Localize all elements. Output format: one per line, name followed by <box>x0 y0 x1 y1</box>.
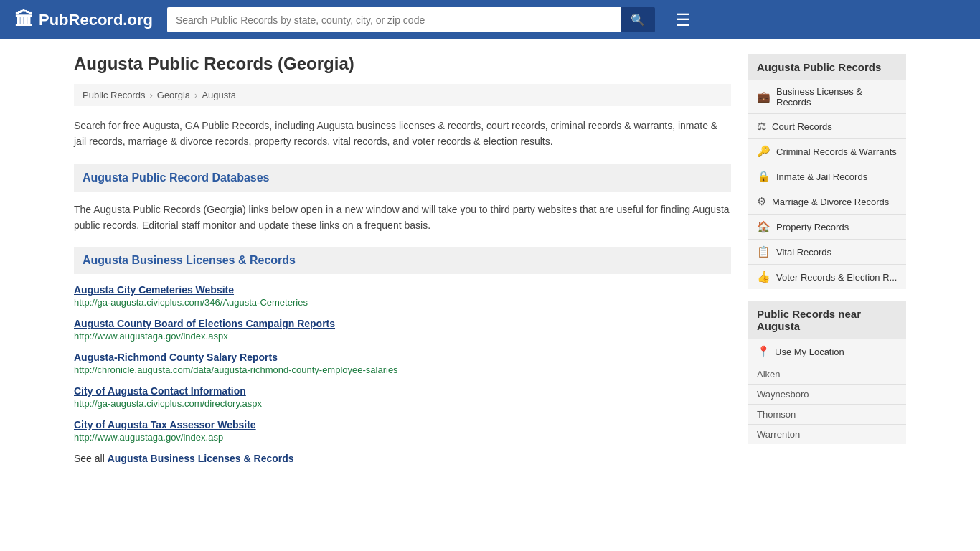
record-link-url-0[interactable]: http://ga-augusta.civicplus.com/346/Augu… <box>74 297 731 308</box>
record-link-2: Augusta-Richmond County Salary Reports h… <box>74 352 731 375</box>
logo-icon: 🏛 <box>14 9 33 31</box>
sidebar-item-3[interactable]: 🔒 Inmate & Jail Records <box>748 164 906 189</box>
breadcrumb-augusta[interactable]: Augusta <box>202 90 236 100</box>
augusta-records-title: Augusta Public Records <box>748 54 906 80</box>
breadcrumb: Public Records › Georgia › Augusta <box>74 84 731 106</box>
sidebar-item-label-7: Voter Records & Election R... <box>776 272 897 283</box>
record-link-title-4[interactable]: City of Augusta Tax Assessor Website <box>74 419 731 430</box>
nearby-section: Public Records near Augusta 📍 Use My Loc… <box>748 301 906 444</box>
sidebar-item-label-5: Property Records <box>776 222 849 232</box>
nearby-title: Public Records near Augusta <box>748 301 906 339</box>
sidebar-icon-4: ⚙ <box>757 195 766 208</box>
search-icon: 🔍 <box>631 14 645 26</box>
intro-text: Search for free Augusta, GA Public Recor… <box>74 118 731 150</box>
use-location-label: Use My Location <box>775 347 844 357</box>
search-bar: 🔍 <box>167 7 655 32</box>
nearby-city-2[interactable]: Thomson <box>748 405 906 425</box>
sidebar-icon-0: 💼 <box>757 90 771 103</box>
sidebar-item-0[interactable]: 💼 Business Licenses & Records <box>748 80 906 114</box>
sidebar-icon-5: 🏠 <box>757 220 771 233</box>
see-all: See all Augusta Business Licenses & Reco… <box>74 453 731 464</box>
sidebar-icon-6: 📋 <box>757 245 771 258</box>
sidebar-icon-2: 🔑 <box>757 145 771 158</box>
sidebar: Augusta Public Records 💼 Business Licens… <box>748 54 906 464</box>
record-link-url-2[interactable]: http://chronicle.augusta.com/data/august… <box>74 364 731 375</box>
breadcrumb-sep-1: › <box>149 90 152 100</box>
sidebar-item-label-6: Vital Records <box>776 247 831 258</box>
sidebar-icon-3: 🔒 <box>757 170 771 183</box>
main-container: Augusta Public Records (Georgia) Public … <box>60 39 920 479</box>
sidebar-item-label-1: Court Records <box>772 121 832 132</box>
breadcrumb-public-records[interactable]: Public Records <box>83 90 145 100</box>
breadcrumb-sep-2: › <box>194 90 197 100</box>
see-all-prefix: See all <box>74 453 108 464</box>
databases-section-header: Augusta Public Record Databases <box>74 164 731 192</box>
content-area: Augusta Public Records (Georgia) Public … <box>74 54 731 464</box>
sidebar-item-1[interactable]: ⚖ Court Records <box>748 114 906 139</box>
sidebar-item-5[interactable]: 🏠 Property Records <box>748 215 906 240</box>
nearby-city-1[interactable]: Waynesboro <box>748 385 906 405</box>
record-link-title-1[interactable]: Augusta County Board of Elections Campai… <box>74 318 731 329</box>
see-all-link[interactable]: Augusta Business Licenses & Records <box>108 453 294 464</box>
hamburger-menu[interactable]: ☰ <box>675 10 691 30</box>
sidebar-item-6[interactable]: 📋 Vital Records <box>748 240 906 265</box>
record-link-url-4[interactable]: http://www.augustaga.gov/index.asp <box>74 432 731 443</box>
sidebar-icon-7: 👍 <box>757 270 771 283</box>
nearby-city-3[interactable]: Warrenton <box>748 425 906 444</box>
site-logo[interactable]: 🏛 PubRecord.org <box>14 9 153 31</box>
record-link-3: City of Augusta Contact Information http… <box>74 385 731 409</box>
record-link-1: Augusta County Board of Elections Campai… <box>74 318 731 342</box>
site-header: 🏛 PubRecord.org 🔍 ☰ <box>0 0 980 39</box>
sidebar-record-items: 💼 Business Licenses & Records ⚖ Court Re… <box>748 80 906 289</box>
sidebar-item-4[interactable]: ⚙ Marriage & Divorce Records <box>748 189 906 215</box>
sidebar-item-7[interactable]: 👍 Voter Records & Election R... <box>748 265 906 289</box>
use-location[interactable]: 📍 Use My Location <box>748 339 906 364</box>
sidebar-item-label-0: Business Licenses & Records <box>776 86 897 108</box>
databases-description: The Augusta Public Records (Georgia) lin… <box>74 202 731 234</box>
record-link-0: Augusta City Cemeteries Website http://g… <box>74 284 731 308</box>
nearby-city-0[interactable]: Aiken <box>748 364 906 385</box>
sidebar-item-label-4: Marriage & Divorce Records <box>772 197 889 207</box>
record-link-title-2[interactable]: Augusta-Richmond County Salary Reports <box>74 352 731 363</box>
logo-text: PubRecord.org <box>39 11 153 29</box>
sidebar-item-2[interactable]: 🔑 Criminal Records & Warrants <box>748 139 906 164</box>
sidebar-icon-1: ⚖ <box>757 120 766 133</box>
record-link-title-0[interactable]: Augusta City Cemeteries Website <box>74 284 731 296</box>
record-link-title-3[interactable]: City of Augusta Contact Information <box>74 385 731 397</box>
search-button[interactable]: 🔍 <box>621 7 655 32</box>
sidebar-item-label-3: Inmate & Jail Records <box>776 171 867 182</box>
nearby-cities-container: AikenWaynesboroThomsonWarrenton <box>748 364 906 444</box>
business-section-header: Augusta Business Licenses & Records <box>74 247 731 274</box>
location-icon: 📍 <box>757 345 771 358</box>
breadcrumb-georgia[interactable]: Georgia <box>157 90 190 100</box>
sidebar-item-label-2: Criminal Records & Warrants <box>776 146 897 157</box>
record-link-4: City of Augusta Tax Assessor Website htt… <box>74 419 731 443</box>
page-title: Augusta Public Records (Georgia) <box>74 54 731 74</box>
augusta-records-section: Augusta Public Records 💼 Business Licens… <box>748 54 906 289</box>
record-links-container: Augusta City Cemeteries Website http://g… <box>74 284 731 443</box>
record-link-url-1[interactable]: http://www.augustaga.gov/index.aspx <box>74 331 731 342</box>
search-input[interactable] <box>167 7 621 32</box>
record-link-url-3[interactable]: http://ga-augusta.civicplus.com/director… <box>74 398 731 409</box>
